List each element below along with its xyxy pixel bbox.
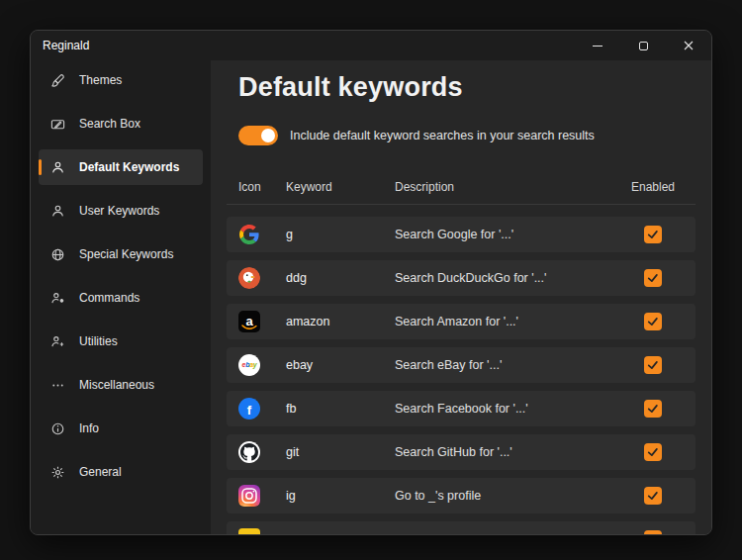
keyword-row-amazon: a amazon Search Amazon for '...' (227, 304, 696, 339)
enabled-checkbox[interactable] (644, 400, 662, 418)
sidebar: Themes Search Box Default Keywords User … (31, 60, 211, 534)
brush-icon (50, 73, 65, 88)
keyword-cell: ddg (286, 271, 395, 285)
person-plus-icon (50, 334, 65, 349)
keyword-cell: g (286, 228, 395, 241)
minimize-button[interactable] (575, 31, 620, 60)
enabled-checkbox[interactable] (644, 356, 662, 374)
description-cell: Search eBay for '...' (395, 358, 622, 372)
sidebar-item-label: Themes (79, 73, 122, 87)
description-cell: Go to _'s profile (395, 489, 622, 503)
keyword-cell: amazon (286, 315, 395, 328)
enabled-checkbox[interactable] (644, 313, 662, 330)
sidebar-item-label: Info (79, 421, 99, 435)
toggle-label: Include default keyword searches in your… (290, 129, 595, 142)
searchbox-icon (50, 117, 65, 132)
facebook-letter: f (247, 403, 251, 418)
sidebar-item-themes[interactable]: Themes (39, 62, 203, 98)
amazon-icon: a (238, 311, 260, 332)
duckduckgo-icon (238, 267, 260, 289)
column-header-keyword: Keyword (286, 180, 395, 194)
sidebar-item-label: Miscellaneous (79, 378, 154, 392)
sidebar-item-label: Utilities (79, 334, 118, 348)
close-button[interactable] (666, 31, 711, 60)
ebay-icon: ebay (238, 354, 260, 376)
keyword-row-duckduckgo: ddg Search DuckDuckGo for '...' (227, 260, 696, 296)
description-cell: Search Amazon for '...' (395, 315, 622, 328)
maximize-icon (639, 42, 648, 50)
column-header-enabled: Enabled (622, 180, 684, 194)
globe-icon (50, 247, 65, 262)
enabled-checkbox[interactable] (644, 226, 662, 243)
keyword-row-ebay: ebay ebay Search eBay for '...' (227, 347, 696, 383)
page-title: Default keywords (238, 72, 696, 103)
keyword-list[interactable]: g Search Google for '...' ddg Search Duc… (227, 217, 696, 534)
sidebar-item-label: General (79, 465, 122, 479)
ellipsis-icon (50, 378, 65, 393)
sidebar-item-commands[interactable]: Commands (39, 280, 203, 316)
toggle-knob (261, 129, 275, 142)
sidebar-item-general[interactable]: General (39, 454, 203, 490)
minimize-icon (593, 46, 603, 47)
enabled-checkbox[interactable] (644, 443, 662, 461)
window-title: Reginald (43, 39, 89, 52)
keyword-row-facebook: f fb Search Facebook for '...' (227, 391, 696, 426)
selected-indicator (39, 159, 42, 175)
keyword-cell: ebay (286, 358, 395, 372)
column-header-icon: Icon (238, 180, 286, 194)
keyword-cell: fb (286, 402, 395, 416)
keyword-cell: git (286, 445, 395, 459)
ebay-letter: y (253, 361, 257, 368)
keyword-cell: imdb (286, 532, 395, 534)
description-cell: Search DuckDuckGo for '...' (395, 271, 622, 285)
description-cell: Search GitHub for '...' (395, 445, 622, 459)
enabled-checkbox[interactable] (644, 269, 662, 287)
sidebar-item-user-keywords[interactable]: User Keywords (39, 193, 203, 229)
close-icon (684, 41, 694, 50)
description-cell: Search Facebook for '...' (395, 402, 622, 416)
keyword-cell: ig (286, 489, 395, 503)
info-icon (50, 421, 65, 436)
enabled-checkbox[interactable] (644, 530, 662, 534)
sidebar-item-label: Search Box (79, 117, 140, 131)
description-cell: Search Google for '...' (395, 228, 622, 241)
sidebar-item-label: User Keywords (79, 204, 159, 218)
sidebar-item-default-keywords[interactable]: Default Keywords (39, 149, 203, 185)
instagram-icon (238, 485, 260, 507)
sidebar-item-info[interactable]: Info (39, 411, 203, 446)
enabled-checkbox[interactable] (644, 487, 662, 505)
main-content: Default keywords Include default keyword… (211, 60, 711, 534)
window-controls (575, 31, 711, 60)
include-defaults-toggle[interactable] (238, 126, 278, 145)
maximize-button[interactable] (620, 31, 666, 60)
google-icon (238, 224, 260, 245)
sidebar-item-special-keywords[interactable]: Special Keywords (39, 236, 203, 272)
include-defaults-row: Include default keyword searches in your… (238, 125, 696, 146)
sidebar-item-label: Commands (79, 291, 139, 305)
keyword-row-google: g Search Google for '...' (227, 217, 696, 252)
sidebar-item-label: Special Keywords (79, 247, 173, 261)
gear-icon (50, 465, 65, 480)
desktop-background: Reginald Themes (0, 0, 742, 560)
person-star-icon (50, 291, 65, 306)
app-window: Reginald Themes (30, 30, 712, 535)
person-icon (50, 160, 65, 175)
titlebar: Reginald (31, 31, 711, 60)
facebook-icon: f (238, 398, 260, 420)
sidebar-item-label: Default Keywords (79, 160, 179, 174)
imdb-icon: IMDb (238, 528, 260, 534)
table-header: Icon Keyword Description Enabled (227, 180, 696, 205)
person-icon (50, 204, 65, 219)
keyword-row-instagram: ig Go to _'s profile (227, 478, 696, 513)
description-cell: Search IMDb for '...' (395, 532, 622, 534)
keyword-row-github: git Search GitHub for '...' (227, 434, 696, 470)
sidebar-item-utilities[interactable]: Utilities (39, 324, 203, 359)
sidebar-item-search-box[interactable]: Search Box (39, 106, 203, 141)
github-icon (238, 441, 260, 463)
sidebar-item-miscellaneous[interactable]: Miscellaneous (39, 367, 203, 403)
column-header-description: Description (395, 180, 622, 194)
keyword-row-imdb: IMDb imdb Search IMDb for '...' (227, 521, 696, 534)
